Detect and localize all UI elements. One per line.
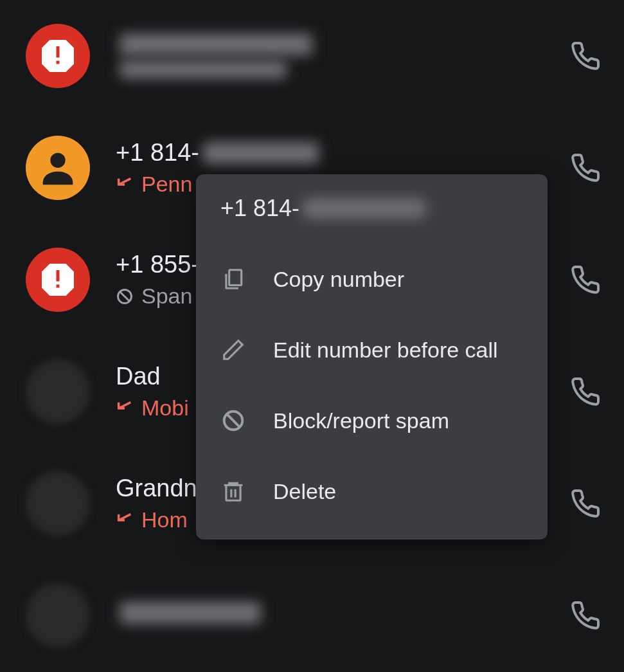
svg-line-8 [120, 291, 129, 301]
call-subtitle [116, 60, 566, 78]
call-button[interactable] [566, 488, 605, 519]
call-log-row[interactable] [0, 0, 624, 112]
phone-icon [570, 41, 601, 71]
block-icon [116, 287, 134, 305]
call-title: +1 814- [116, 139, 566, 167]
svg-line-11 [227, 414, 240, 428]
spam-avatar [26, 24, 90, 88]
call-entry-text [116, 33, 566, 78]
block-icon [220, 408, 246, 433]
context-menu-title: +1 814- [196, 195, 548, 244]
contact-photo-avatar [26, 471, 90, 536]
call-button[interactable] [566, 376, 605, 407]
menu-item-block-spam[interactable]: Block/report spam [196, 385, 548, 456]
missed-call-icon [116, 176, 134, 194]
svg-rect-1 [57, 46, 60, 58]
call-button[interactable] [566, 152, 605, 183]
call-title [116, 33, 566, 55]
phone-icon [570, 600, 601, 631]
contact-photo-avatar [26, 359, 90, 424]
svg-rect-6 [57, 285, 60, 288]
menu-item-label: Copy number [273, 267, 404, 292]
svg-rect-5 [57, 270, 60, 282]
missed-call-icon [116, 511, 134, 529]
trash-icon [220, 478, 246, 504]
person-avatar [26, 136, 90, 200]
person-icon [35, 145, 80, 190]
menu-item-delete[interactable]: Delete [196, 456, 548, 527]
svg-point-3 [50, 153, 65, 168]
svg-rect-2 [57, 61, 60, 64]
context-menu: +1 814- Copy number Edit number before c… [196, 174, 548, 540]
edit-icon [220, 337, 246, 363]
spam-avatar [26, 248, 90, 312]
contact-photo-avatar [26, 583, 90, 648]
svg-rect-12 [226, 486, 240, 501]
copy-icon [220, 266, 246, 292]
menu-item-edit-number[interactable]: Edit number before call [196, 314, 548, 385]
call-button[interactable] [566, 41, 605, 71]
phone-icon [570, 376, 601, 407]
spam-octagon-icon [39, 260, 77, 299]
call-entry-text [116, 602, 566, 629]
menu-item-copy-number[interactable]: Copy number [196, 244, 548, 314]
phone-icon [570, 264, 601, 295]
menu-item-label: Edit number before call [273, 338, 498, 363]
call-title [116, 602, 566, 624]
phone-icon [570, 152, 601, 183]
call-button[interactable] [566, 600, 605, 631]
call-button[interactable] [566, 264, 605, 295]
spam-octagon-icon [39, 37, 77, 75]
menu-item-label: Block/report spam [273, 408, 449, 433]
phone-icon [570, 488, 601, 519]
missed-call-icon [116, 399, 134, 417]
svg-rect-9 [229, 270, 242, 286]
menu-item-label: Delete [273, 479, 336, 504]
call-log-row[interactable] [0, 559, 624, 671]
